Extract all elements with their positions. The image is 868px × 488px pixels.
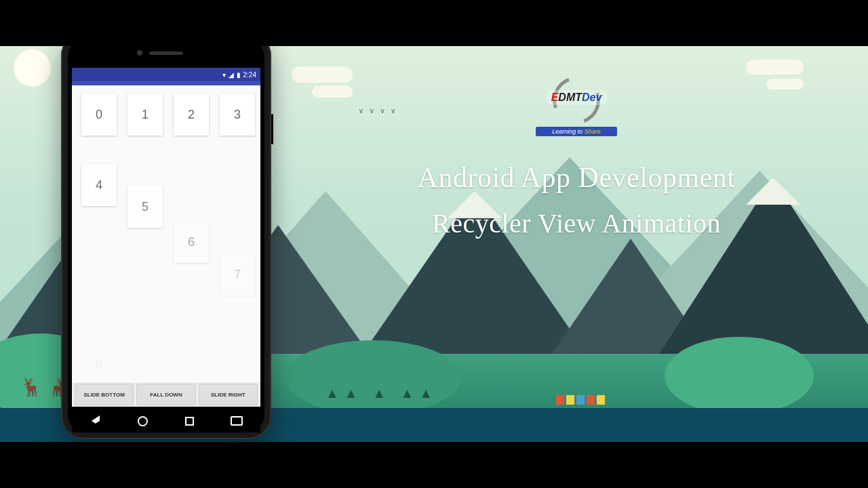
- cloud-icon: [312, 85, 353, 98]
- speaker-icon: [149, 52, 183, 55]
- tutorial-title: Android App Development Recycler View An…: [332, 161, 821, 239]
- birds-icon: v v v v: [359, 107, 397, 115]
- grid-card[interactable]: 6: [174, 221, 209, 263]
- status-time: 2:24: [243, 71, 256, 79]
- background-scene: v v v v 🦌 🦌 ▲▲ ▲ ▲▲ EDMTDev Learning to …: [0, 46, 868, 442]
- power-button[interactable]: [271, 114, 273, 144]
- village-icon: [556, 395, 605, 405]
- title-line-1: Android App Development: [332, 161, 821, 194]
- nav-back-button[interactable]: [90, 415, 102, 427]
- fall-down-button[interactable]: FALL DOWN: [136, 384, 195, 405]
- logo-text: EDMTDev: [546, 90, 608, 105]
- signal-icon: ◢: [229, 71, 234, 79]
- grid-card[interactable]: 8: [81, 343, 117, 385]
- logo-subtitle: Learning to Share: [536, 127, 617, 136]
- logo-letters-dmt: DMT: [558, 92, 582, 103]
- nav-recent-button[interactable]: [184, 415, 196, 427]
- battery-icon: ▮: [237, 71, 241, 79]
- grid-card[interactable]: 0: [81, 94, 117, 136]
- cloud-icon: [766, 79, 804, 89]
- button-bar: SLIDE BOTTOM FALL DOWN SLIDE RIGHT: [72, 382, 260, 407]
- grid-card[interactable]: 2: [174, 94, 209, 136]
- grid-card[interactable]: 3: [220, 94, 255, 136]
- recycler-view[interactable]: 012345678: [72, 85, 260, 370]
- back-icon: [92, 415, 100, 426]
- title-line-2: Recycler View Animation: [332, 207, 821, 239]
- logo-letter-e: E: [551, 92, 559, 103]
- grid-card[interactable]: 5: [127, 186, 163, 228]
- android-nav-bar: [72, 409, 260, 432]
- slide-bottom-button[interactable]: SLIDE BOTTOM: [75, 384, 134, 405]
- brand-logo: EDMTDev Learning to Share: [495, 77, 658, 136]
- phone-screen: ▾ ◢ ▮ 2:24 012345678 SLIDE BOTTOM FALL D…: [72, 68, 260, 407]
- trees-icon: ▲▲ ▲ ▲▲: [326, 386, 438, 401]
- nav-cast-button[interactable]: [231, 415, 243, 427]
- status-bar: ▾ ◢ ▮ 2:24: [72, 68, 260, 81]
- hill: [665, 337, 814, 415]
- home-icon: [138, 416, 148, 426]
- recent-icon: [185, 417, 194, 426]
- slide-right-button[interactable]: SLIDE RIGHT: [199, 384, 258, 405]
- nav-home-button[interactable]: [136, 415, 149, 427]
- deer-icon: 🦌: [20, 377, 42, 398]
- letterbox-bottom: [0, 442, 868, 488]
- grid-card[interactable]: 1: [127, 94, 163, 136]
- grid-card[interactable]: 4: [81, 164, 117, 206]
- camera-icon: [137, 50, 142, 56]
- wifi-icon: ▾: [222, 71, 226, 79]
- letterbox-top: [0, 0, 868, 46]
- phone-frame: ▾ ◢ ▮ 2:24 012345678 SLIDE BOTTOM FALL D…: [61, 46, 271, 439]
- logo-letters-dev: Dev: [582, 92, 601, 103]
- cloud-icon: [292, 66, 353, 83]
- hill: [285, 340, 461, 415]
- cast-icon: [231, 416, 243, 426]
- grid-card[interactable]: 7: [220, 253, 255, 296]
- cloud-icon: [746, 60, 804, 75]
- moon-icon: [14, 49, 51, 87]
